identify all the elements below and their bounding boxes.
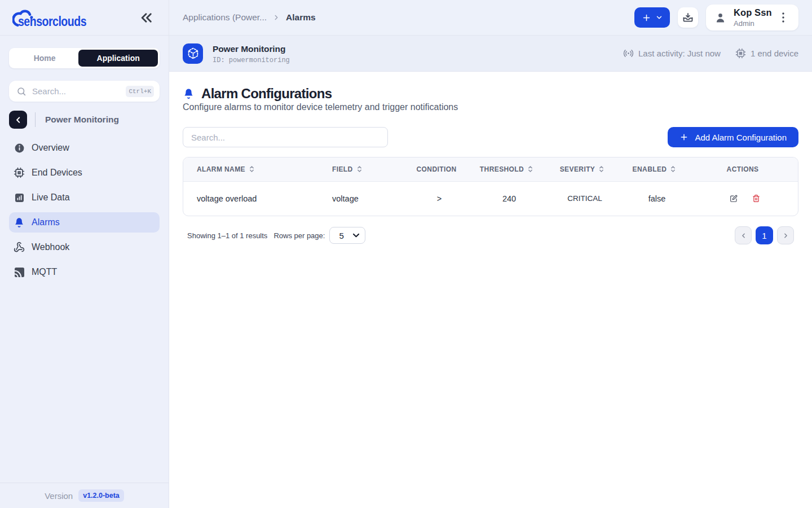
svg-text:sensorclouds: sensorclouds: [18, 14, 86, 29]
